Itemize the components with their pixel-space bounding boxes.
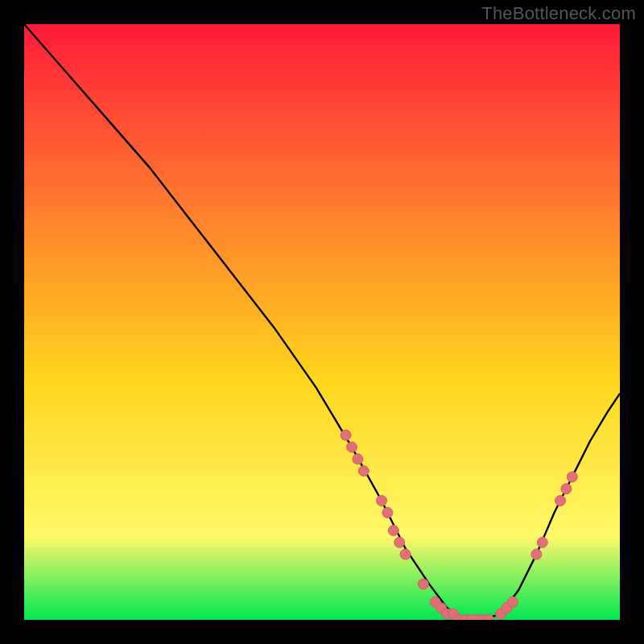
curve-marker — [377, 496, 387, 506]
plot-frame — [24, 24, 620, 620]
curve-marker — [531, 549, 542, 559]
curve-marker — [400, 549, 411, 559]
curve-marker — [537, 537, 547, 547]
curve-marker — [507, 597, 518, 607]
curve-marker — [567, 472, 577, 482]
gradient-background — [24, 24, 620, 620]
curve-marker — [418, 579, 428, 589]
chart-stage: TheBottleneck.com — [0, 0, 644, 644]
curve-marker — [353, 454, 363, 464]
curve-marker — [555, 496, 566, 506]
curve-marker — [394, 537, 405, 547]
curve-marker — [341, 430, 351, 440]
curve-marker — [358, 466, 369, 477]
curve-marker — [347, 442, 357, 452]
curve-marker — [561, 484, 572, 494]
attribution-text: TheBottleneck.com — [481, 3, 636, 24]
chart-svg — [24, 24, 620, 620]
curve-marker — [382, 507, 393, 518]
curve-marker — [388, 526, 398, 536]
